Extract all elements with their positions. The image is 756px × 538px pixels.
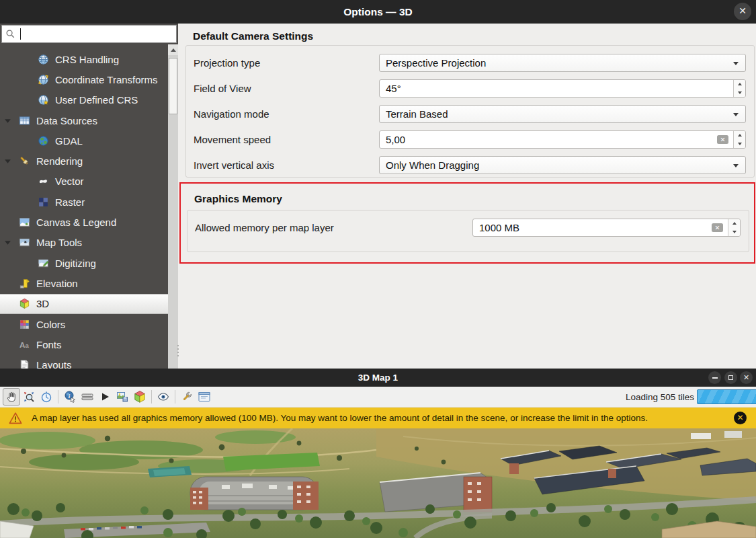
sidebar-item-label: Rendering [36,155,83,167]
camera-view-button[interactable] [155,388,172,406]
sidebar-item-data-sources[interactable]: Data Sources [0,110,168,130]
spin-up-button[interactable] [728,219,740,228]
sidebar-item-rendering[interactable]: Rendering [0,151,168,171]
effects-button[interactable] [178,388,196,406]
pan-tool-button[interactable] [3,388,20,406]
sidebar-item-label: 3D [36,298,49,309]
field-value: 45° [386,83,401,94]
sidebar-item-coordinate-transforms[interactable]: Coordinate Transforms [0,69,168,89]
map-titlebar[interactable]: 3D Map 1 ✕ [0,369,756,387]
spin-up-button[interactable] [734,80,745,89]
camera-section-title: Default Camera Settings [193,30,755,43]
sidebar-item-label: Fonts [36,339,62,350]
scrollbar-thumb[interactable] [169,58,177,114]
warning-close-button[interactable]: ✕ [734,412,747,424]
field-of-view-input[interactable]: 45° [379,79,746,98]
play-animation-button[interactable] [96,388,114,406]
arrow-spacer [4,279,19,287]
coordinate-transform-icon [38,74,49,85]
sidebar-item-label: Map Tools [36,237,82,248]
invert-vertical-axis-select[interactable]: Only When Dragging [379,156,746,174]
crs-globe-icon [38,54,49,65]
scene-3d-button[interactable] [131,388,149,406]
sidebar-item-digitizing[interactable]: Digitizing [0,253,168,273]
sidebar-item-elevation[interactable]: Elevation [0,273,168,293]
map-tools-icon [19,237,30,248]
movement-speed-input[interactable]: 5,00✕ [379,130,746,149]
sidebar-scrollbar[interactable] [168,44,178,369]
aerial-terrain-image [0,428,756,538]
field-of-view-label: Field of View [194,83,379,94]
arrow-spacer [4,300,19,308]
form-row: Projection typePerspective Projection [194,54,746,72]
navigation-mode-label: Navigation mode [194,108,379,120]
sidebar-item-vector[interactable]: Vector [0,171,168,192]
play-animation-icon [98,390,112,404]
warning-triangle-icon [8,411,23,426]
user-crs-icon [38,94,49,106]
sidebar-item-colors[interactable]: Colors [0,314,168,334]
options-titlebar[interactable]: Options — 3D ✕ [0,0,756,24]
toolbar-separator [151,390,152,404]
zoom-full-button[interactable] [20,388,38,406]
toolbar-separator [175,390,175,404]
text-caret [20,28,21,40]
clear-value-button[interactable]: ✕ [717,135,728,144]
sidebar-item-user-defined-crs[interactable]: User Defined CRS [0,90,168,110]
sidebar-item-map-tools[interactable]: Map Tools [0,233,168,253]
sidebar-item-layouts[interactable]: Layouts [0,354,168,369]
graphics-memory-group: Allowed memory per map layer1000 MB✕ [187,210,749,252]
projection-type-select[interactable]: Perspective Projection [379,54,746,72]
arrow-spacer [4,361,19,369]
clear-value-button[interactable]: ✕ [712,223,723,232]
arrow-spacer [4,320,19,328]
warning-message: A map layer has used all graphics memory… [32,413,648,423]
dialog-close-button[interactable]: ✕ [734,3,751,20]
tile-loading-status: Loading 505 tiles [626,387,694,408]
gdal-icon [38,135,49,147]
navigation-mode-select[interactable]: Terrain Based [379,105,746,123]
console-icon [198,390,211,404]
spin-up-button[interactable] [734,131,745,140]
field-value: 1000 MB [479,222,519,233]
sidebar-item-canvas-legend[interactable]: Canvas & Legend [0,212,168,232]
map-toolbar: iLoading 505 tiles [0,387,756,408]
camera-view-icon [157,390,170,404]
arrow-spacer [4,340,19,348]
identify-button[interactable]: i [61,388,79,406]
sidebar-item-crs-handling[interactable]: CRS Handling [0,49,168,69]
sidebar-item-label: Data Sources [36,115,97,126]
splitter-handle[interactable] [177,345,179,360]
minimize-icon [712,377,718,379]
options-dialog: Options — 3D ✕ CRS HandlingCoordinate Tr… [0,0,756,369]
spin-buttons [728,219,740,236]
tile-loading-progressbar [697,389,756,404]
expand-arrow-icon[interactable] [4,157,19,165]
spin-down-button[interactable] [734,89,745,98]
movement-speed-label: Movement speed [194,134,379,145]
allowed-memory-per-map-layer-input[interactable]: 1000 MB✕ [472,219,741,237]
sidebar-item-gdal[interactable]: GDAL [0,130,168,151]
sidebar-item-3d[interactable]: 3D [0,294,168,314]
spin-down-button[interactable] [728,228,740,237]
sidebar-item-label: Colors [36,319,65,330]
scroll-up-arrow-icon[interactable] [168,44,178,55]
minimize-button[interactable] [708,371,721,384]
toolbar-separator [58,390,58,404]
maximize-button[interactable] [724,371,737,384]
console-button[interactable] [196,388,213,406]
export-image-button[interactable] [114,388,131,406]
sidebar-item-raster[interactable]: Raster [0,192,168,212]
animation-timer-icon [40,390,53,404]
expand-arrow-icon[interactable] [4,239,19,247]
settings-search-box[interactable] [1,25,177,43]
measure-button[interactable] [79,388,96,406]
map-3d-view[interactable] [0,428,756,538]
close-button[interactable]: ✕ [740,371,753,384]
sidebar-item-fonts[interactable]: AaFonts [0,334,168,354]
maximize-icon [728,375,733,380]
expand-arrow-icon[interactable] [4,116,19,124]
animation-timer-button[interactable] [38,388,55,406]
spin-down-button[interactable] [734,140,745,149]
arrow-spacer [4,219,19,227]
